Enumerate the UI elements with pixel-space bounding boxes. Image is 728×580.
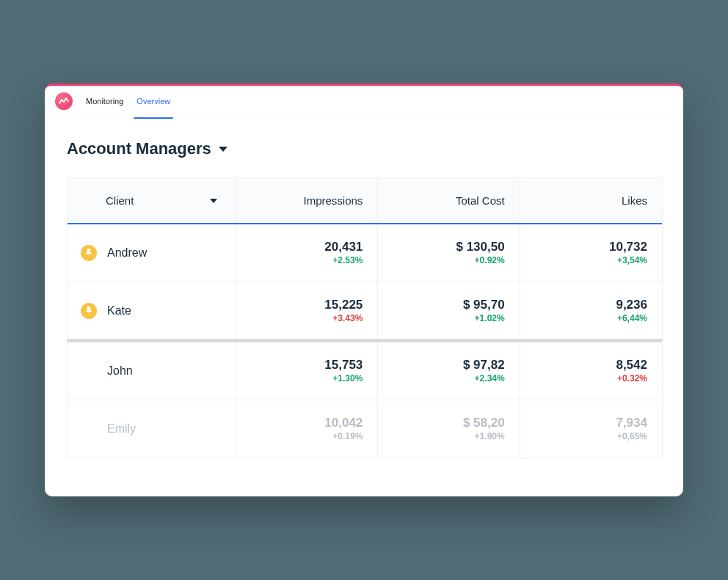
column-header-impressions[interactable]: Impressions	[236, 178, 378, 223]
cell-total_cost: $ 58,20+1.90%	[378, 400, 520, 458]
table-row[interactable]: Kate15,225+3.43%$ 95,70+1.02%9,236+6,44%	[68, 282, 662, 343]
cell-total_cost: $ 97,82+2.34%	[378, 342, 520, 400]
client-name: Andrew	[107, 246, 147, 260]
likes-value: 9,236	[535, 297, 647, 313]
likes-delta: +3,54%	[535, 255, 647, 267]
table-row[interactable]: Andrew20,431+2.53%$ 130,50+0.92%10,732+3…	[68, 224, 662, 282]
column-label: Client	[106, 194, 134, 207]
cell-client: Andrew	[68, 224, 236, 282]
impressions-value: 15,753	[251, 357, 363, 373]
likes-value: 7,934	[535, 415, 647, 431]
cell-impressions: 15,225+3.43%	[236, 282, 378, 339]
client-name: Emily	[107, 422, 136, 436]
likes-delta: +6,44%	[535, 313, 647, 325]
likes-delta: +0,65%	[535, 431, 647, 443]
likes-delta: +0.32%	[535, 373, 647, 385]
client-name: John	[107, 364, 133, 378]
cell-likes: 7,934+0,65%	[520, 400, 662, 458]
app-window: Monitoring Overview Account Managers Cli…	[45, 84, 683, 496]
likes-value: 10,732	[535, 239, 647, 255]
app-logo-icon	[55, 92, 73, 110]
column-header-client[interactable]: Client	[68, 178, 236, 223]
cell-client: Emily	[68, 400, 236, 458]
table-body: Andrew20,431+2.53%$ 130,50+0.92%10,732+3…	[68, 224, 662, 458]
total_cost-delta: +2.34%	[393, 373, 504, 385]
table-row[interactable]: John15,753+1.30%$ 97,82+2.34%8,542+0.32%	[68, 342, 662, 400]
total_cost-delta: +0.92%	[393, 255, 504, 267]
cell-impressions: 10,042+0.19%	[236, 400, 378, 458]
cell-likes: 10,732+3,54%	[520, 224, 662, 282]
total_cost-value: $ 58,20	[393, 415, 504, 431]
cell-impressions: 20,431+2.53%	[236, 224, 378, 282]
cell-likes: 9,236+6,44%	[520, 282, 662, 339]
topbar: Monitoring Overview	[45, 86, 683, 117]
caret-down-icon	[219, 147, 228, 152]
tab-overview[interactable]: Overview	[136, 92, 170, 110]
cell-likes: 8,542+0.32%	[520, 342, 662, 400]
page-title: Account Managers	[67, 139, 211, 158]
column-label: Impressions	[303, 194, 363, 207]
impressions-delta: +0.19%	[251, 431, 363, 443]
cell-total_cost: $ 130,50+0.92%	[378, 224, 520, 282]
client-name: Kate	[107, 304, 131, 317]
impressions-value: 15,225	[251, 297, 363, 313]
impressions-delta: +2.53%	[251, 255, 363, 267]
cell-impressions: 15,753+1.30%	[236, 342, 378, 400]
cell-total_cost: $ 95,70+1.02%	[378, 282, 520, 339]
pin-icon[interactable]	[81, 303, 97, 319]
column-label: Likes	[622, 194, 647, 207]
total_cost-delta: +1.02%	[393, 313, 504, 325]
cell-client: Kate	[68, 282, 236, 339]
likes-value: 8,542	[535, 357, 647, 373]
content-area: Account Managers Client Impressions Tota…	[45, 117, 683, 458]
sort-caret-icon	[210, 199, 217, 203]
pin-icon[interactable]	[81, 245, 97, 261]
total_cost-value: $ 97,82	[393, 357, 504, 373]
impressions-value: 10,042	[251, 415, 363, 431]
table-header: Client Impressions Total Cost Likes	[68, 178, 662, 224]
column-header-likes[interactable]: Likes	[520, 178, 662, 223]
column-header-total-cost[interactable]: Total Cost	[378, 178, 520, 223]
cell-client: John	[68, 342, 236, 400]
tab-monitoring[interactable]: Monitoring	[86, 92, 123, 110]
impressions-value: 20,431	[251, 239, 363, 255]
total_cost-value: $ 130,50	[393, 239, 504, 255]
impressions-delta: +3.43%	[251, 313, 363, 325]
total_cost-delta: +1.90%	[393, 431, 504, 443]
managers-table: Client Impressions Total Cost Likes Andr…	[67, 177, 663, 458]
impressions-delta: +1.30%	[251, 373, 363, 385]
column-label: Total Cost	[456, 194, 505, 207]
total_cost-value: $ 95,70	[393, 297, 504, 313]
table-row[interactable]: Emily10,042+0.19%$ 58,20+1.90%7,934+0,65…	[68, 400, 662, 458]
page-title-dropdown[interactable]: Account Managers	[67, 139, 661, 158]
